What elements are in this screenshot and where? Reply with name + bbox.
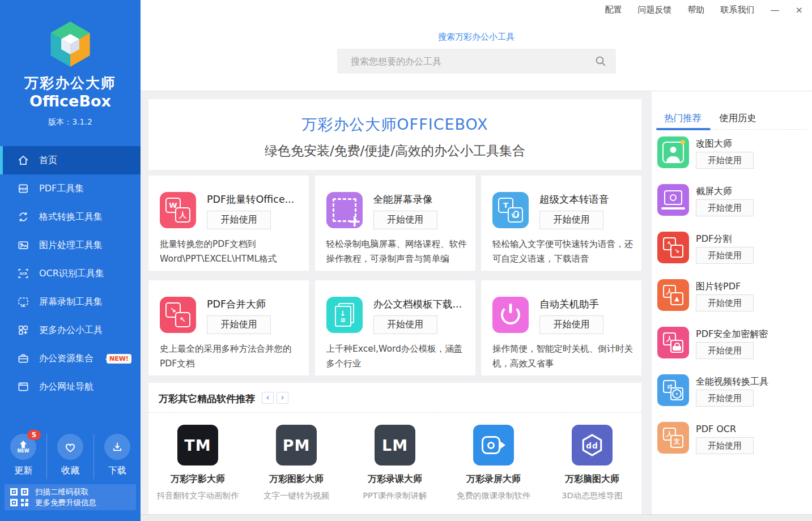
tool-name: 办公文档模板下载...: [373, 297, 462, 311]
sidebar-item-ocr-tools[interactable]: OCR OCR识别工具集: [0, 259, 141, 288]
convert-icon: [17, 211, 29, 223]
minimize-button[interactable]: —: [771, 5, 780, 15]
qr-code-icon: [9, 487, 29, 507]
tm-logo-icon: TM: [177, 425, 218, 466]
sidebar-item-pdf-tools[interactable]: PDF PDF工具集: [0, 174, 141, 203]
favorite-action[interactable]: 收藏: [46, 434, 93, 479]
tool-name: PDF合并大师: [207, 297, 266, 311]
product-list: TM 万彩字影大师 抖音翻转文字动画制作 PM 万彩图影大师 文字一键转为视频 …: [148, 419, 641, 501]
product-word-animation[interactable]: TM 万彩字影大师 抖音翻转文字动画制作: [148, 419, 247, 501]
recommend-name: 改图大师: [696, 138, 732, 150]
sidebar-item-screen-record[interactable]: 屏幕录制工具集: [0, 288, 141, 316]
recommend-name: 截屏大师: [696, 186, 732, 198]
download-icon[interactable]: [104, 434, 130, 460]
menu-help[interactable]: 帮助: [688, 5, 705, 15]
sidebar-item-label: 格式转换工具集: [39, 211, 103, 223]
start-button[interactable]: 开始使用: [696, 199, 754, 216]
svg-text:OCR: OCR: [20, 272, 28, 275]
divider: [148, 412, 641, 413]
sidebar-item-office-resources[interactable]: 办公资源集合 NEW!: [0, 344, 141, 373]
product-name: 万彩字影大师: [148, 473, 247, 485]
recommend-item-pdf-encrypt: 人 PDF安全加密解密 开始使用: [652, 327, 812, 374]
tool-name: 全能屏幕录像: [373, 193, 433, 206]
sidebar-item-more-tools[interactable]: 更多办公小工具: [0, 316, 141, 344]
sidebar-item-image-tools[interactable]: 图片处理工具集: [0, 231, 141, 259]
product-lesson-record[interactable]: LM 万彩录课大师 PPT课件录制讲解: [346, 419, 444, 501]
start-button[interactable]: 开始使用: [207, 315, 271, 334]
search-tools-link[interactable]: 搜索万彩办公小工具: [438, 32, 515, 42]
sidebar-item-format-convert[interactable]: 格式转换工具集: [0, 203, 141, 231]
product-name: 万彩录屏大师: [444, 473, 543, 485]
close-button[interactable]: ×: [796, 5, 803, 15]
search-input[interactable]: [337, 49, 616, 74]
recommend-name: PDF安全加密解密: [696, 328, 768, 340]
tool-desc: 轻松输入文字便可快速转为语音，还可自定义语速，下载语音: [492, 237, 634, 267]
topbar: 配置 问题反馈 帮助 联系我们 — × 搜索万彩办公小工具: [141, 0, 812, 91]
hero-banner: 万彩办公大师OFFICEBOX 绿色免安装/免费/便捷/高效的办公小工具集合: [148, 99, 641, 170]
carousel-next-button[interactable]: ›: [277, 392, 288, 404]
start-button[interactable]: 开始使用: [696, 437, 754, 454]
pdf-encrypt-icon: 人: [657, 327, 689, 358]
update-action[interactable]: NEW 5 更新: [0, 434, 46, 479]
sidebar-item-label: 屏幕录制工具集: [39, 296, 103, 308]
sidebar-item-home[interactable]: 首页: [0, 146, 141, 174]
start-button[interactable]: 开始使用: [373, 315, 437, 334]
tool-card-pdf-merge: ↘↖ PDF合并大师 开始使用 史上最全的采用多种方法合并您的PDF文档: [148, 280, 309, 375]
recommend-panel: 热门推荐 使用历史 改图大师 开始使用 截屏大师 开始使用: [652, 91, 812, 515]
start-button[interactable]: 开始使用: [696, 247, 754, 264]
home-icon: [17, 154, 29, 166]
product-mindmap[interactable]: dd 万彩脑图大师 3D动态思维导图: [543, 419, 641, 501]
recommend-item-video-convert: ⇄ 全能视频转换工具 开始使用: [652, 374, 812, 422]
resources-icon: [17, 352, 29, 365]
product-desc: 文字一键转为视频: [247, 490, 346, 501]
download-action[interactable]: 下载: [93, 434, 141, 479]
tab-hot-recommend[interactable]: 热门推荐: [664, 112, 702, 125]
sidebar-quick-actions: NEW 5 更新 收藏 下载: [0, 434, 141, 479]
recommend-item-screenshot: 截屏大师 开始使用: [652, 184, 812, 232]
menu-contact[interactable]: 联系我们: [721, 5, 755, 15]
pdf-ocr-icon: 人文: [657, 422, 689, 454]
start-button[interactable]: 开始使用: [373, 211, 437, 229]
sidebar-item-label: 办公网址导航: [39, 381, 93, 393]
sidebar-nav: 首页 PDF PDF工具集 格式转换工具集 图片处理工具集 OCR OCR识别工…: [0, 146, 141, 401]
qr-banner[interactable]: 扫描二维码获取 更多免费升级信息: [5, 484, 136, 510]
search-link-row: 搜索万彩办公小工具: [141, 32, 812, 42]
start-button[interactable]: 开始使用: [696, 342, 754, 359]
start-button[interactable]: 开始使用: [696, 294, 754, 311]
tab-usage-history[interactable]: 使用历史: [719, 112, 756, 125]
image-to-pdf-icon: 人▲: [657, 279, 689, 311]
product-screen-recorder[interactable]: 万彩录屏大师 免费的微课录制软件: [444, 419, 543, 501]
main-content: 万彩办公大师OFFICEBOX 绿色免安装/免费/便捷/高效的办公小工具集合 W…: [141, 91, 812, 514]
search-icon[interactable]: [594, 55, 607, 67]
section-title: 万彩其它精品软件推荐: [159, 392, 255, 405]
favorite-icon[interactable]: [57, 434, 83, 460]
doc-template-icon: ↓≡: [326, 297, 363, 333]
recommend-name: 图片转PDF: [696, 281, 741, 293]
image-icon: [17, 239, 29, 251]
sidebar-item-web-navigation[interactable]: 办公网址导航: [0, 373, 141, 401]
action-label: 更新: [14, 465, 32, 477]
product-photo-video[interactable]: PM 万彩图影大师 文字一键转为视频: [247, 419, 346, 501]
new-badge: NEW!: [107, 354, 131, 364]
sidebar-item-label: OCR识别工具集: [39, 268, 104, 280]
tool-desc: 史上最全的采用多种方法合并您的PDF文档: [160, 341, 301, 371]
start-button[interactable]: 开始使用: [539, 211, 603, 229]
start-button[interactable]: 开始使用: [696, 390, 754, 407]
start-button[interactable]: 开始使用: [539, 315, 603, 334]
menu-settings[interactable]: 配置: [605, 5, 622, 15]
product-name: 万彩录课大师: [346, 473, 444, 485]
recommend-item-image-to-pdf: 人▲ 图片转PDF 开始使用: [652, 279, 812, 327]
update-icon[interactable]: NEW 5: [10, 434, 36, 460]
tool-name: 超级文本转语音: [539, 193, 609, 206]
sidebar: 万彩办公大师 OfficeBox 版本：3.1.2 首页 PDF PDF工具集 …: [0, 0, 141, 521]
svg-text:PDF: PDF: [19, 187, 27, 191]
more-tools-icon: [17, 324, 29, 336]
app-subtitle: OfficeBox: [0, 92, 141, 110]
start-button[interactable]: 开始使用: [696, 152, 754, 169]
mindmap-logo-icon: dd: [572, 425, 613, 466]
start-button[interactable]: 开始使用: [207, 211, 271, 229]
menu-feedback[interactable]: 问题反馈: [638, 5, 672, 15]
screen-record-icon: +: [326, 192, 363, 228]
tool-cards-grid: W人 PDF批量转Office... 开始使用 批量转换您的PDF文档到Word…: [148, 176, 641, 375]
carousel-prev-button[interactable]: ‹: [262, 392, 274, 404]
